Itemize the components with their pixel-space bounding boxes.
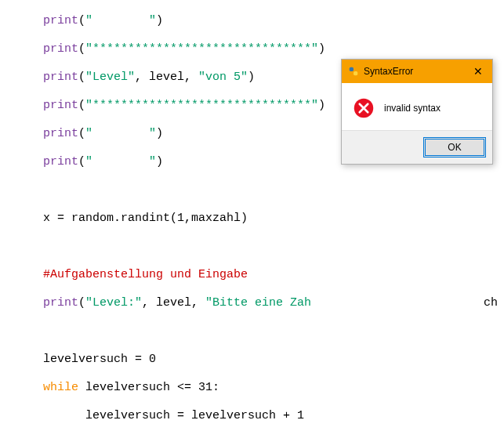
close-icon[interactable]: ✕ bbox=[470, 66, 486, 77]
code-line: levelversuch = levelversuch + 1 bbox=[43, 409, 504, 423]
comment-line: #Aufgabenstellung und Eingabe bbox=[43, 268, 504, 282]
code-line: while levelversuch <= 31: bbox=[43, 381, 504, 395]
code-line: x = random.randint(1,maxzahl) bbox=[43, 212, 504, 226]
code-line: print("Level:", level, "Bitte eine Zahch bbox=[43, 296, 504, 310]
builtin-print: print bbox=[43, 14, 78, 27]
dialog-titlebar[interactable]: SyntaxError ✕ bbox=[342, 60, 492, 83]
code-line: levelversuch = 0 bbox=[43, 353, 504, 367]
blank-line bbox=[43, 240, 504, 254]
blank-line bbox=[43, 324, 504, 339]
code-line: print(" ") bbox=[43, 14, 504, 28]
error-dialog: SyntaxError ✕ invalid syntax OK bbox=[341, 59, 493, 165]
error-icon bbox=[353, 97, 375, 119]
python-icon bbox=[348, 66, 359, 77]
ok-button[interactable]: OK bbox=[423, 137, 486, 158]
dialog-title: SyntaxError bbox=[364, 64, 413, 78]
dialog-message: invalid syntax bbox=[384, 101, 441, 115]
dialog-body: invalid syntax bbox=[342, 83, 492, 130]
blank-line bbox=[43, 183, 504, 197]
svg-rect-1 bbox=[354, 71, 357, 75]
svg-rect-0 bbox=[350, 67, 354, 71]
dialog-buttonbar: OK bbox=[342, 130, 492, 164]
code-line: print("*******************************") bbox=[43, 42, 504, 56]
